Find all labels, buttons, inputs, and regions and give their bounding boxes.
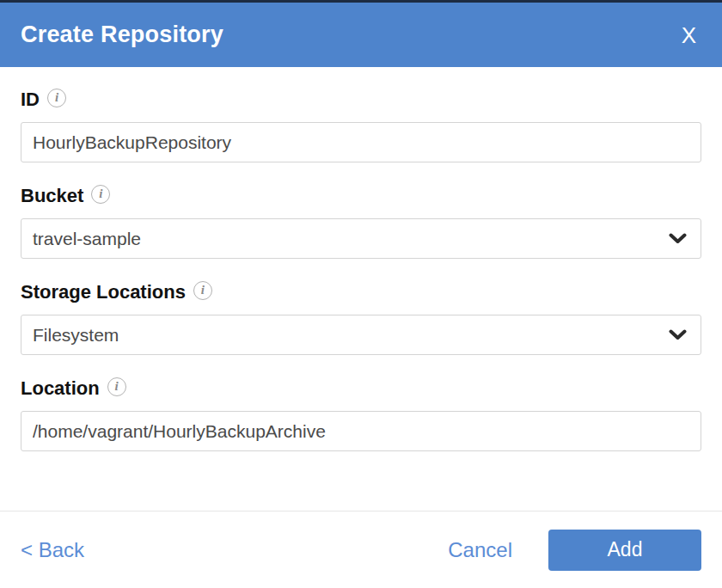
bucket-label: Bucket bbox=[21, 185, 83, 207]
create-repository-dialog: Create Repository X ID i Bucket i travel… bbox=[0, 0, 722, 588]
storage-locations-select[interactable]: Filesystem bbox=[21, 315, 701, 355]
dialog-title: Create Repository bbox=[21, 21, 223, 48]
bucket-select[interactable]: travel-sample bbox=[21, 218, 701, 259]
location-input[interactable] bbox=[21, 411, 701, 451]
add-button[interactable]: Add bbox=[548, 530, 701, 571]
dialog-header: Create Repository X bbox=[0, 3, 722, 67]
storage-label-row: Storage Locations i bbox=[21, 281, 701, 303]
location-label-row: Location i bbox=[21, 377, 701, 400]
back-link[interactable]: < Back bbox=[21, 538, 84, 562]
storage-locations-select-value: Filesystem bbox=[33, 325, 119, 346]
storage-locations-label: Storage Locations bbox=[21, 281, 186, 303]
id-input[interactable] bbox=[21, 122, 701, 162]
bucket-label-row: Bucket i bbox=[21, 185, 701, 207]
cancel-link[interactable]: Cancel bbox=[448, 538, 512, 562]
info-icon[interactable]: i bbox=[91, 185, 110, 204]
chevron-down-icon bbox=[669, 233, 687, 244]
id-label: ID bbox=[21, 89, 40, 111]
info-icon[interactable]: i bbox=[193, 281, 212, 300]
info-icon[interactable]: i bbox=[107, 377, 126, 396]
chevron-down-icon bbox=[669, 329, 687, 340]
close-icon[interactable]: X bbox=[678, 22, 700, 48]
dialog-footer: < Back Cancel Add bbox=[0, 511, 722, 588]
info-icon[interactable]: i bbox=[47, 89, 66, 107]
id-label-row: ID i bbox=[21, 89, 701, 111]
dialog-body: ID i Bucket i travel-sample Storage Loca… bbox=[0, 89, 722, 451]
location-label: Location bbox=[21, 377, 100, 400]
bucket-select-value: travel-sample bbox=[33, 229, 141, 249]
